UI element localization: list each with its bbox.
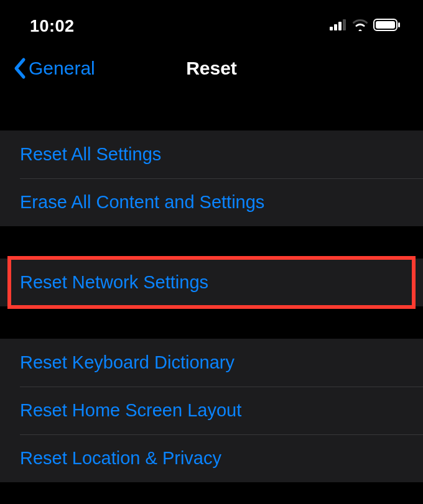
chevron-left-icon xyxy=(12,57,26,80)
settings-group-3: Reset Keyboard Dictionary Reset Home Scr… xyxy=(0,339,423,482)
section-gap xyxy=(0,98,423,131)
erase-all-content-row[interactable]: Erase All Content and Settings xyxy=(0,178,423,226)
reset-location-privacy-row[interactable]: Reset Location & Privacy xyxy=(0,434,423,482)
status-time: 10:02 xyxy=(30,17,75,36)
svg-rect-3 xyxy=(343,19,346,30)
highlighted-group: Reset Network Settings xyxy=(0,259,423,306)
svg-rect-2 xyxy=(338,22,342,30)
svg-rect-5 xyxy=(376,21,395,29)
svg-rect-0 xyxy=(330,27,333,30)
page-title: Reset xyxy=(186,58,237,79)
wifi-icon xyxy=(352,19,368,34)
navigation-bar: General Reset xyxy=(0,44,423,93)
status-bar: 10:02 xyxy=(0,0,423,44)
back-label: General xyxy=(29,58,95,79)
reset-network-settings-row[interactable]: Reset Network Settings xyxy=(0,259,423,306)
back-button[interactable]: General xyxy=(12,57,95,80)
cellular-icon xyxy=(330,19,347,33)
section-gap xyxy=(0,226,423,259)
svg-rect-1 xyxy=(334,24,337,30)
reset-keyboard-dictionary-row[interactable]: Reset Keyboard Dictionary xyxy=(0,339,423,387)
svg-rect-6 xyxy=(398,22,400,27)
settings-group-1: Reset All Settings Erase All Content and… xyxy=(0,131,423,226)
settings-group-2: Reset Network Settings xyxy=(0,259,423,306)
reset-home-screen-layout-row[interactable]: Reset Home Screen Layout xyxy=(0,387,423,434)
status-icons xyxy=(330,19,401,34)
battery-icon xyxy=(373,19,401,34)
section-gap xyxy=(0,306,423,339)
reset-all-settings-row[interactable]: Reset All Settings xyxy=(0,131,423,178)
